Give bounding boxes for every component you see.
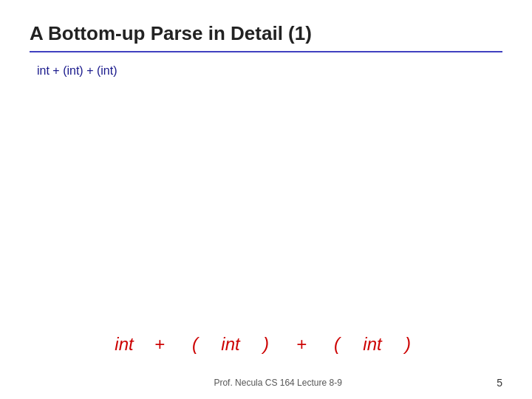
token-row: int+(int)+(int) — [113, 334, 419, 355]
token-item: ) — [255, 334, 277, 355]
token-item: ( — [184, 334, 206, 355]
token-row-section: int+(int)+(int) — [0, 334, 532, 355]
token-item: int — [361, 334, 383, 355]
slide: A Bottom-up Parse in Detail (1) int + (i… — [0, 0, 532, 399]
token-item: + — [290, 334, 313, 355]
title-area: A Bottom-up Parse in Detail (1) int + (i… — [30, 22, 502, 78]
token-item: int — [113, 334, 135, 355]
footer-page: 5 — [497, 377, 502, 389]
token-item: + — [149, 334, 171, 355]
token-item: int — [219, 334, 242, 355]
subtitle-expression: int + (int) + (int) — [37, 64, 502, 78]
token-item: ( — [326, 334, 348, 355]
footer-label: Prof. Necula CS 164 Lecture 8-9 — [59, 378, 497, 388]
title-divider — [30, 51, 502, 52]
token-item: ) — [397, 334, 419, 355]
slide-title: A Bottom-up Parse in Detail (1) — [30, 22, 502, 45]
footer: Prof. Necula CS 164 Lecture 8-9 5 — [0, 377, 532, 389]
